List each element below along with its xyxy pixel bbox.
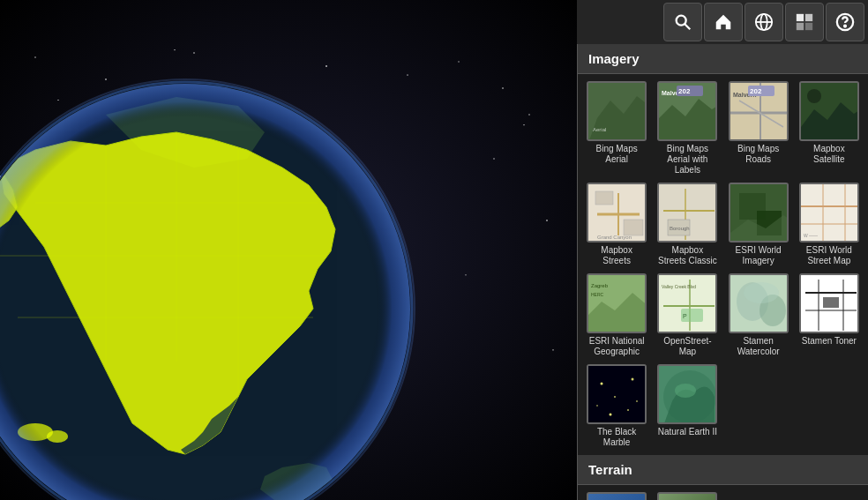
tile-mapbox-satellite-label: Mapbox Satellite [798,144,860,165]
tile-bing-aerial[interactable]: AerialBing Maps Aerial [583,79,650,177]
svg-point-2 [105,78,107,80]
tile-mapbox-streets[interactable]: Grand CanyonMapbox Streets [583,181,650,268]
tile-bing-aerial-labels-label: Bing Maps Aerial with Labels [656,144,718,175]
svg-text:HERC: HERC [591,292,604,297]
home-button[interactable] [704,3,743,41]
svg-point-37 [844,26,846,27]
tile-mapbox-streets-classic[interactable]: BoroughMapbox Streets Classic [654,181,721,268]
svg-rect-92 [588,366,647,424]
svg-rect-57 [624,220,643,235]
svg-point-96 [636,400,638,402]
svg-point-97 [610,414,612,416]
svg-text:P: P [683,313,687,319]
terrain-tile-2[interactable]: Ellipsoid [654,490,721,500]
svg-text:Aerial: Aerial [593,127,606,132]
globe-area[interactable] [0,0,582,500]
tile-bing-aerial-label: Bing Maps Aerial [586,144,647,165]
svg-rect-91 [823,297,839,308]
svg-point-27 [677,16,686,26]
svg-text:202: 202 [678,87,691,95]
svg-text:Borough: Borough [670,226,690,231]
tile-esri-street[interactable]: W ——ESRI World Street Map [796,181,863,268]
svg-point-4 [326,65,327,67]
svg-point-5 [458,61,460,63]
tile-stamen-watercolor[interactable]: Stamen Watercolor [725,272,792,359]
svg-point-99 [596,405,598,407]
tile-mapbox-streets-label: Mapbox Streets [586,245,647,266]
svg-point-11 [546,220,548,221]
tile-black-marble[interactable]: The Black Marble [583,362,650,450]
svg-point-10 [493,158,495,160]
imagery-section-header: Imagery [578,44,868,74]
svg-rect-34 [797,23,804,30]
tile-natural-earth-label: Natural Earth II [658,427,717,437]
tile-openstreet-label: OpenStreet-Map [656,336,718,357]
svg-point-1 [34,56,36,58]
svg-point-52 [807,89,821,103]
tile-esri-imagery-label: ESRI World Imagery [728,245,789,266]
tile-natural-earth[interactable]: Natural Earth II [654,362,721,450]
tile-bing-aerial-labels[interactable]: Malvern202Bing Maps Aerial with Labels [654,79,721,177]
svg-point-93 [601,383,603,385]
svg-point-85 [744,282,779,303]
svg-text:Valley Creek Blvd: Valley Creek Blvd [662,284,696,289]
tile-esri-imagery[interactable]: ESRI World Imagery [725,181,792,268]
svg-point-95 [632,378,634,381]
tile-black-marble-label: The Black Marble [586,427,647,448]
svg-text:Grand Canyon: Grand Canyon [597,235,632,240]
layers-button[interactable] [785,3,824,41]
svg-point-3 [193,52,195,54]
svg-point-7 [528,114,530,116]
svg-rect-35 [805,23,812,30]
svg-point-6 [502,87,504,89]
tile-stamen-toner[interactable]: Stamen Toner [796,272,863,359]
svg-text:Zagreb: Zagreb [591,283,609,288]
tile-stamen-watercolor-label: Stamen Watercolor [728,336,789,357]
svg-rect-56 [595,191,613,205]
search-button[interactable] [663,3,702,41]
tile-bing-roads-label: Bing Maps Roads [728,144,789,165]
svg-line-28 [685,24,690,29]
imagery-panel: Imagery AerialBing Maps AerialMalvern202… [577,44,868,500]
help-button[interactable] [826,3,864,41]
toolbar [577,0,868,44]
globe-button[interactable] [745,3,783,41]
svg-rect-32 [797,14,804,21]
terrain-tile-1[interactable]: Terrain [583,490,650,500]
tile-bing-roads[interactable]: Malvern202Bing Maps Roads [725,79,792,177]
svg-point-102 [675,384,696,398]
tile-openstreet[interactable]: PValley Creek BlvdOpenStreet-Map [654,272,721,359]
imagery-grid: AerialBing Maps AerialMalvern202Bing Map… [578,74,868,455]
svg-point-98 [627,409,629,411]
svg-text:202: 202 [750,87,762,95]
tile-mapbox-satellite[interactable]: Mapbox Satellite [796,79,863,177]
tile-stamen-toner-label: Stamen Toner [802,336,857,347]
terrain-grid: Terrain Ellipsoid [578,485,868,500]
tile-esri-natgeo-label: ESRI National Geographic [586,336,647,357]
svg-point-94 [614,396,616,398]
terrain-section-header: Terrain [578,455,868,485]
svg-point-24 [0,84,410,500]
tile-mapbox-streets-classic-label: Mapbox Streets Classic [656,245,718,266]
svg-text:W ——: W —— [804,233,818,238]
tile-esri-natgeo[interactable]: ZagrebHERCESRI National Geographic [583,272,650,359]
tile-esri-street-label: ESRI World Street Map [798,245,860,266]
svg-rect-33 [805,14,812,21]
